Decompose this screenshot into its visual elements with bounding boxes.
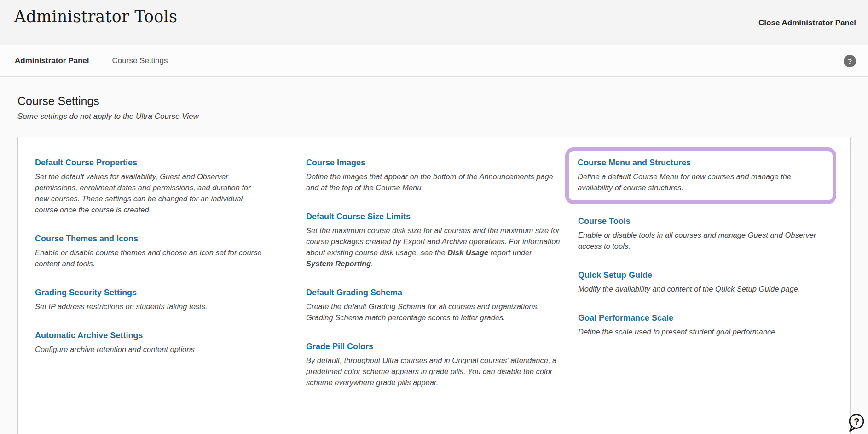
settings-column-3: Course Menu and Structures Define a defa… <box>561 158 836 407</box>
link-goal-performance-scale[interactable]: Goal Performance Scale <box>578 313 673 323</box>
breadcrumb: Administrator Panel Course Settings ? <box>0 45 868 77</box>
close-administrator-panel-link[interactable]: Close Administrator Panel <box>758 18 856 28</box>
breadcrumb-administrator-panel[interactable]: Administrator Panel <box>15 56 89 65</box>
help-icon[interactable]: ? <box>844 55 856 67</box>
item-course-images: Course Images Define the images that app… <box>306 158 561 193</box>
settings-card: Default Course Properties Set the defaul… <box>17 137 851 434</box>
link-quick-setup-guide[interactable]: Quick Setup Guide <box>578 270 652 280</box>
desc-default-course-properties: Set the default values for availability,… <box>35 171 264 215</box>
item-course-tools: Course Tools Enable or disable tools in … <box>578 217 836 252</box>
desc-grade-pill-colors: By default, throughout Ultra courses and… <box>306 355 561 388</box>
app-title: Administrator Tools <box>14 7 177 26</box>
desc-quick-setup-guide: Modify the availability and content of t… <box>578 283 836 294</box>
desc-goal-performance-scale: Define the scale used to present student… <box>578 326 836 337</box>
question-mark-glyph: ? <box>854 416 859 427</box>
link-default-course-properties[interactable]: Default Course Properties <box>35 158 137 168</box>
item-quick-setup-guide: Quick Setup Guide Modify the availabilit… <box>578 270 836 294</box>
settings-column-2: Course Images Define the images that app… <box>264 158 561 407</box>
desc-bold-disk-usage: Disk Usage <box>447 248 488 257</box>
desc-automatic-archive-settings: Configure archive retention and content … <box>35 344 264 355</box>
tutorial-highlight-box: Course Menu and Structures Define a defa… <box>565 147 836 204</box>
desc-course-themes-and-icons: Enable or disable course themes and choo… <box>35 247 264 269</box>
link-grade-pill-colors[interactable]: Grade Pill Colors <box>306 342 373 352</box>
link-grading-security-settings[interactable]: Grading Security Settings <box>35 288 137 298</box>
item-grading-security-settings: Grading Security Settings Set IP address… <box>35 288 264 312</box>
desc-default-course-size-limits: Set the maximum course disk size for all… <box>306 225 561 269</box>
item-default-grading-schema: Default Grading Schema Create the defaul… <box>306 288 561 323</box>
item-goal-performance-scale: Goal Performance Scale Define the scale … <box>578 313 836 337</box>
item-default-course-size-limits: Default Course Size Limits Set the maxim… <box>306 212 561 269</box>
item-course-menu-and-structures: Course Menu and Structures Define a defa… <box>578 158 821 193</box>
desc-bold-system-reporting: System Reporting <box>306 259 371 268</box>
item-automatic-archive-settings: Automatic Archive Settings Configure arc… <box>35 331 264 355</box>
link-course-images[interactable]: Course Images <box>306 158 365 168</box>
breadcrumb-course-settings: Course Settings <box>112 56 168 65</box>
desc-course-images: Define the images that appear on the bot… <box>306 171 561 193</box>
desc-course-menu-and-structures: Define a default Course Menu for new cou… <box>578 171 821 193</box>
desc-course-tools: Enable or disable tools in all courses a… <box>578 229 836 252</box>
link-course-themes-and-icons[interactable]: Course Themes and Icons <box>35 234 138 244</box>
settings-column-1: Default Course Properties Set the defaul… <box>35 158 264 407</box>
link-course-menu-and-structures[interactable]: Course Menu and Structures <box>578 158 691 168</box>
question-bubble-icon: ? <box>847 413 865 432</box>
link-default-course-size-limits[interactable]: Default Course Size Limits <box>306 212 411 222</box>
page-subtitle: Some settings do not apply to the Ultra … <box>17 112 851 121</box>
settings-grid: Default Course Properties Set the defaul… <box>35 158 836 407</box>
desc-text: report under <box>488 248 532 257</box>
link-automatic-archive-settings[interactable]: Automatic Archive Settings <box>35 331 143 340</box>
page-title: Course Settings <box>17 94 851 108</box>
link-course-tools[interactable]: Course Tools <box>578 217 631 226</box>
desc-grading-security-settings: Set IP address restrictions on students … <box>35 301 264 312</box>
desc-default-grading-schema: Create the default Grading Schema for al… <box>306 301 561 323</box>
desc-text: . <box>371 259 373 268</box>
item-course-themes-and-icons: Course Themes and Icons Enable or disabl… <box>35 234 264 269</box>
link-default-grading-schema[interactable]: Default Grading Schema <box>306 288 402 298</box>
main-content: Course Settings Some settings do not app… <box>0 77 868 434</box>
item-default-course-properties: Default Course Properties Set the defaul… <box>35 158 264 215</box>
item-grade-pill-colors: Grade Pill Colors By default, throughout… <box>306 342 561 388</box>
top-header: Administrator Tools Close Administrator … <box>0 0 868 45</box>
help-bubble-button[interactable]: ? <box>847 413 865 432</box>
